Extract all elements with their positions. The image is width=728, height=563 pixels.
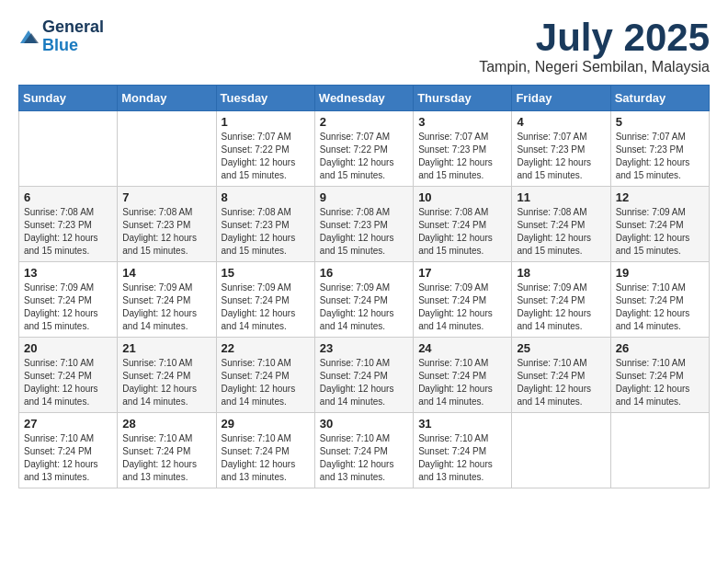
- header: General Blue July 2025 Tampin, Negeri Se…: [18, 18, 710, 75]
- day-number: 19: [616, 266, 704, 280]
- calendar-cell: 10Sunrise: 7:08 AM Sunset: 7:24 PM Dayli…: [414, 187, 512, 262]
- calendar-cell: 15Sunrise: 7:09 AM Sunset: 7:24 PM Dayli…: [216, 262, 314, 338]
- day-info: Sunrise: 7:10 AM Sunset: 7:24 PM Dayligh…: [122, 432, 210, 484]
- calendar-cell: 29Sunrise: 7:10 AM Sunset: 7:24 PM Dayli…: [216, 413, 314, 488]
- day-number: 22: [222, 341, 310, 355]
- calendar-header-row: SundayMondayTuesdayWednesdayThursdayFrid…: [19, 86, 710, 111]
- calendar-cell: 19Sunrise: 7:10 AM Sunset: 7:24 PM Dayli…: [610, 262, 709, 338]
- day-number: 16: [320, 266, 408, 280]
- calendar-cell: [610, 413, 709, 488]
- calendar-cell: 18Sunrise: 7:09 AM Sunset: 7:24 PM Dayli…: [512, 262, 610, 338]
- calendar-week-row: 6Sunrise: 7:08 AM Sunset: 7:23 PM Daylig…: [19, 187, 710, 262]
- day-info: Sunrise: 7:08 AM Sunset: 7:23 PM Dayligh…: [122, 206, 210, 258]
- day-info: Sunrise: 7:08 AM Sunset: 7:24 PM Dayligh…: [517, 206, 605, 258]
- day-number: 1: [222, 115, 310, 129]
- day-number: 9: [320, 190, 408, 204]
- calendar-cell: 28Sunrise: 7:10 AM Sunset: 7:24 PM Dayli…: [118, 413, 216, 488]
- calendar-cell: 27Sunrise: 7:10 AM Sunset: 7:24 PM Dayli…: [19, 413, 118, 488]
- day-number: 30: [320, 417, 408, 431]
- day-info: Sunrise: 7:10 AM Sunset: 7:24 PM Dayligh…: [24, 432, 112, 484]
- calendar-cell: 14Sunrise: 7:09 AM Sunset: 7:24 PM Dayli…: [118, 262, 216, 338]
- day-info: Sunrise: 7:10 AM Sunset: 7:24 PM Dayligh…: [616, 282, 704, 333]
- day-number: 5: [616, 115, 704, 129]
- day-info: Sunrise: 7:08 AM Sunset: 7:23 PM Dayligh…: [222, 206, 310, 258]
- calendar-cell: 9Sunrise: 7:08 AM Sunset: 7:23 PM Daylig…: [314, 187, 413, 262]
- calendar-cell: 13Sunrise: 7:09 AM Sunset: 7:24 PM Dayli…: [19, 262, 118, 338]
- day-number: 2: [320, 115, 408, 129]
- calendar-header-monday: Monday: [118, 86, 216, 111]
- day-info: Sunrise: 7:09 AM Sunset: 7:24 PM Dayligh…: [616, 206, 704, 258]
- day-info: Sunrise: 7:07 AM Sunset: 7:23 PM Dayligh…: [616, 131, 704, 182]
- day-info: Sunrise: 7:07 AM Sunset: 7:22 PM Dayligh…: [320, 131, 408, 182]
- day-number: 23: [320, 341, 408, 355]
- day-number: 8: [222, 190, 310, 204]
- day-info: Sunrise: 7:09 AM Sunset: 7:24 PM Dayligh…: [122, 282, 210, 333]
- day-number: 6: [24, 190, 112, 204]
- calendar-cell: 5Sunrise: 7:07 AM Sunset: 7:23 PM Daylig…: [610, 111, 709, 187]
- calendar-cell: 23Sunrise: 7:10 AM Sunset: 7:24 PM Dayli…: [314, 338, 413, 413]
- day-number: 26: [616, 341, 704, 355]
- day-info: Sunrise: 7:09 AM Sunset: 7:24 PM Dayligh…: [320, 282, 408, 333]
- day-info: Sunrise: 7:10 AM Sunset: 7:24 PM Dayligh…: [122, 357, 210, 408]
- month-year-title: July 2025: [479, 18, 710, 57]
- calendar-cell: 30Sunrise: 7:10 AM Sunset: 7:24 PM Dayli…: [314, 413, 413, 488]
- day-number: 10: [418, 190, 506, 204]
- calendar-cell: 8Sunrise: 7:08 AM Sunset: 7:23 PM Daylig…: [216, 187, 314, 262]
- day-number: 28: [122, 417, 210, 431]
- day-info: Sunrise: 7:10 AM Sunset: 7:24 PM Dayligh…: [418, 432, 506, 484]
- day-number: 7: [122, 190, 210, 204]
- day-info: Sunrise: 7:08 AM Sunset: 7:23 PM Dayligh…: [24, 206, 112, 258]
- day-info: Sunrise: 7:08 AM Sunset: 7:23 PM Dayligh…: [320, 206, 408, 258]
- day-number: 13: [24, 266, 112, 280]
- calendar-header-friday: Friday: [512, 86, 610, 111]
- calendar-header-thursday: Thursday: [414, 86, 512, 111]
- calendar-cell: [19, 111, 118, 187]
- day-number: 11: [517, 190, 605, 204]
- day-number: 18: [517, 266, 605, 280]
- calendar-cell: 24Sunrise: 7:10 AM Sunset: 7:24 PM Dayli…: [414, 338, 512, 413]
- calendar-cell: 21Sunrise: 7:10 AM Sunset: 7:24 PM Dayli…: [118, 338, 216, 413]
- day-info: Sunrise: 7:09 AM Sunset: 7:24 PM Dayligh…: [24, 282, 112, 333]
- calendar-cell: 22Sunrise: 7:10 AM Sunset: 7:24 PM Dayli…: [216, 338, 314, 413]
- logo-text: General Blue: [42, 18, 104, 55]
- day-number: 15: [222, 266, 310, 280]
- day-number: 3: [418, 115, 506, 129]
- day-info: Sunrise: 7:07 AM Sunset: 7:23 PM Dayligh…: [418, 131, 506, 182]
- calendar-cell: 17Sunrise: 7:09 AM Sunset: 7:24 PM Dayli…: [414, 262, 512, 338]
- location-subtitle: Tampin, Negeri Sembilan, Malaysia: [479, 59, 710, 75]
- calendar-header-wednesday: Wednesday: [314, 86, 413, 111]
- calendar-cell: 16Sunrise: 7:09 AM Sunset: 7:24 PM Dayli…: [314, 262, 413, 338]
- calendar-cell: 11Sunrise: 7:08 AM Sunset: 7:24 PM Dayli…: [512, 187, 610, 262]
- calendar-cell: [118, 111, 216, 187]
- calendar-week-row: 13Sunrise: 7:09 AM Sunset: 7:24 PM Dayli…: [19, 262, 710, 338]
- day-number: 24: [418, 341, 506, 355]
- day-info: Sunrise: 7:09 AM Sunset: 7:24 PM Dayligh…: [517, 282, 605, 333]
- day-number: 29: [222, 417, 310, 431]
- day-info: Sunrise: 7:10 AM Sunset: 7:24 PM Dayligh…: [418, 357, 506, 408]
- calendar-cell: [512, 413, 610, 488]
- calendar-week-row: 1Sunrise: 7:07 AM Sunset: 7:22 PM Daylig…: [19, 111, 710, 187]
- calendar-week-row: 27Sunrise: 7:10 AM Sunset: 7:24 PM Dayli…: [19, 413, 710, 488]
- day-number: 12: [616, 190, 704, 204]
- calendar-cell: 26Sunrise: 7:10 AM Sunset: 7:24 PM Dayli…: [610, 338, 709, 413]
- day-info: Sunrise: 7:10 AM Sunset: 7:24 PM Dayligh…: [222, 432, 310, 484]
- title-section: July 2025 Tampin, Negeri Sembilan, Malay…: [479, 18, 710, 75]
- calendar-cell: 3Sunrise: 7:07 AM Sunset: 7:23 PM Daylig…: [414, 111, 512, 187]
- day-number: 27: [24, 417, 112, 431]
- day-info: Sunrise: 7:09 AM Sunset: 7:24 PM Dayligh…: [222, 282, 310, 333]
- day-info: Sunrise: 7:08 AM Sunset: 7:24 PM Dayligh…: [418, 206, 506, 258]
- day-number: 21: [122, 341, 210, 355]
- day-info: Sunrise: 7:09 AM Sunset: 7:24 PM Dayligh…: [418, 282, 506, 333]
- day-info: Sunrise: 7:07 AM Sunset: 7:23 PM Dayligh…: [517, 131, 605, 182]
- calendar-cell: 20Sunrise: 7:10 AM Sunset: 7:24 PM Dayli…: [19, 338, 118, 413]
- day-number: 14: [122, 266, 210, 280]
- calendar-cell: 2Sunrise: 7:07 AM Sunset: 7:22 PM Daylig…: [314, 111, 413, 187]
- calendar-header-sunday: Sunday: [19, 86, 118, 111]
- day-number: 4: [517, 115, 605, 129]
- calendar-table: SundayMondayTuesdayWednesdayThursdayFrid…: [18, 85, 710, 488]
- calendar-cell: 25Sunrise: 7:10 AM Sunset: 7:24 PM Dayli…: [512, 338, 610, 413]
- logo-icon: [18, 27, 39, 47]
- calendar-header-tuesday: Tuesday: [216, 86, 314, 111]
- day-info: Sunrise: 7:10 AM Sunset: 7:24 PM Dayligh…: [320, 432, 408, 484]
- calendar-cell: 7Sunrise: 7:08 AM Sunset: 7:23 PM Daylig…: [118, 187, 216, 262]
